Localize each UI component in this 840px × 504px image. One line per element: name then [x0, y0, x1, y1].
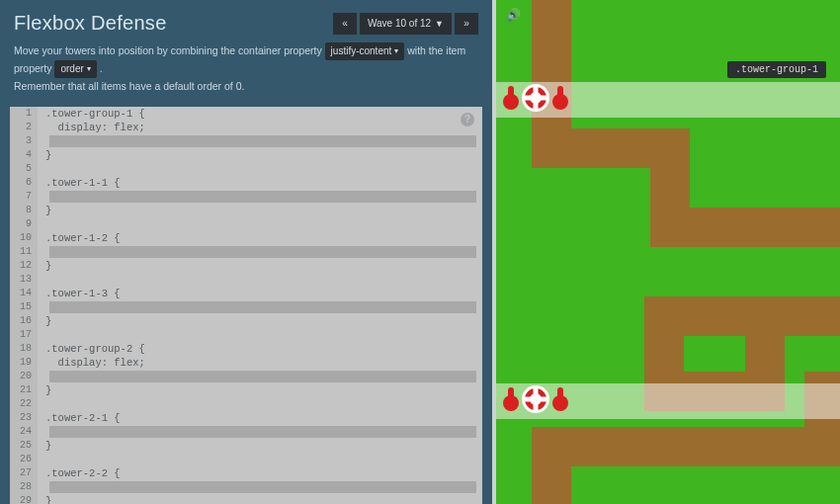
code-line: 6.tower-1-1 {: [10, 176, 482, 190]
line-number: 12: [10, 259, 38, 273]
property-pill-order[interactable]: order▾: [54, 60, 96, 78]
line-number: 27: [10, 466, 38, 480]
line-content: }: [38, 204, 482, 217]
code-line: 14.tower-1-3 {: [10, 287, 482, 300]
sound-icon[interactable]: 🔊: [506, 8, 521, 22]
line-number: 24: [10, 425, 38, 439]
editor-panel: Flexbox Defense « Wave 10 of 12 ▼ » Move…: [0, 0, 492, 504]
line-number: 16: [10, 314, 38, 328]
line-content: }: [38, 314, 482, 328]
path-segment: [650, 208, 840, 247]
line-content: [38, 273, 482, 287]
caret-down-icon: ▾: [87, 63, 91, 76]
tower-cannon[interactable]: [502, 387, 520, 411]
line-number: 26: [10, 453, 38, 466]
code-line: 19 display: flex;: [10, 356, 482, 370]
line-content: }: [38, 439, 482, 453]
line-content: [38, 217, 482, 231]
tower-group-1[interactable]: [502, 84, 569, 112]
tower-target[interactable]: [522, 385, 549, 413]
code-line: 23.tower-2-1 {: [10, 411, 482, 425]
page-title: Flexbox Defense: [14, 12, 167, 35]
code-line: 25}: [10, 439, 482, 453]
line-number: 18: [10, 342, 38, 356]
line-content[interactable]: [38, 245, 482, 259]
line-content[interactable]: [38, 370, 482, 383]
code-line: 27.tower-2-2 {: [10, 466, 482, 480]
tower-group-2[interactable]: [502, 385, 569, 413]
line-content: [38, 328, 482, 342]
line-number: 29: [10, 494, 38, 504]
line-number: 11: [10, 245, 38, 259]
css-input[interactable]: [49, 371, 476, 382]
css-input[interactable]: [49, 246, 476, 258]
line-number: 19: [10, 356, 38, 370]
code-line: 2 display: flex;: [10, 121, 482, 134]
code-line: 10.tower-1-2 {: [10, 231, 482, 245]
code-editor[interactable]: ? 1.tower-group-1 {2 display: flex;34}56…: [10, 107, 482, 504]
code-line: 1.tower-group-1 {: [10, 107, 482, 121]
code-line: 5: [10, 162, 482, 176]
tower-cannon[interactable]: [551, 86, 569, 110]
instructions-text: Move your towers into position by combin…: [0, 42, 492, 103]
tower-cannon[interactable]: [551, 387, 569, 411]
line-content: [38, 397, 482, 411]
code-line: 29}: [10, 494, 482, 504]
code-line: 11: [10, 245, 482, 259]
css-input[interactable]: [49, 426, 476, 438]
code-line: 7: [10, 190, 482, 204]
line-number: 15: [10, 300, 38, 314]
tower-cannon[interactable]: [502, 86, 520, 110]
line-content[interactable]: [38, 480, 482, 494]
caret-down-icon: ▼: [435, 19, 444, 29]
line-number: 28: [10, 480, 38, 494]
line-number: 21: [10, 383, 38, 397]
line-number: 17: [10, 328, 38, 342]
line-content: [38, 453, 482, 466]
code-line: 9: [10, 217, 482, 231]
line-number: 8: [10, 204, 38, 217]
line-content: [38, 162, 482, 176]
property-pill-justify-content[interactable]: justify-content▾: [325, 42, 405, 60]
css-input[interactable]: [49, 191, 476, 203]
line-number: 1: [10, 107, 38, 121]
code-line: 15: [10, 300, 482, 314]
line-number: 5: [10, 162, 38, 176]
code-line: 12}: [10, 259, 482, 273]
code-line: 8}: [10, 204, 482, 217]
wave-nav: « Wave 10 of 12 ▼ »: [333, 13, 478, 35]
wave-select-button[interactable]: Wave 10 of 12 ▼: [360, 13, 452, 35]
next-wave-button[interactable]: »: [455, 13, 478, 35]
code-line: 16}: [10, 314, 482, 328]
header: Flexbox Defense « Wave 10 of 12 ▼ »: [0, 0, 492, 42]
css-input[interactable]: [49, 301, 476, 313]
line-number: 6: [10, 176, 38, 190]
line-content: .tower-2-1 {: [38, 411, 482, 425]
line-content[interactable]: [38, 134, 482, 148]
line-number: 13: [10, 273, 38, 287]
line-content: }: [38, 494, 482, 504]
code-line: 20: [10, 370, 482, 383]
code-line: 28: [10, 480, 482, 494]
line-content: .tower-1-3 {: [38, 287, 482, 300]
tower-target[interactable]: [522, 84, 549, 112]
prev-wave-button[interactable]: «: [333, 13, 357, 35]
path-segment: [745, 296, 785, 376]
path-segment: [532, 427, 571, 504]
css-input[interactable]: [49, 135, 476, 147]
css-input[interactable]: [49, 481, 476, 493]
line-number: 3: [10, 134, 38, 148]
line-content[interactable]: [38, 190, 482, 204]
code-line: 21}: [10, 383, 482, 397]
line-content[interactable]: [38, 300, 482, 314]
code-line: 22: [10, 397, 482, 411]
line-content[interactable]: [38, 425, 482, 439]
line-number: 2: [10, 121, 38, 134]
line-content: }: [38, 259, 482, 273]
line-number: 4: [10, 148, 38, 162]
game-board: 🔊 .tower-group-1: [492, 0, 840, 504]
line-content: .tower-2-2 {: [38, 466, 482, 480]
code-line: 13: [10, 273, 482, 287]
caret-down-icon: ▾: [394, 45, 398, 58]
line-content: }: [38, 148, 482, 162]
